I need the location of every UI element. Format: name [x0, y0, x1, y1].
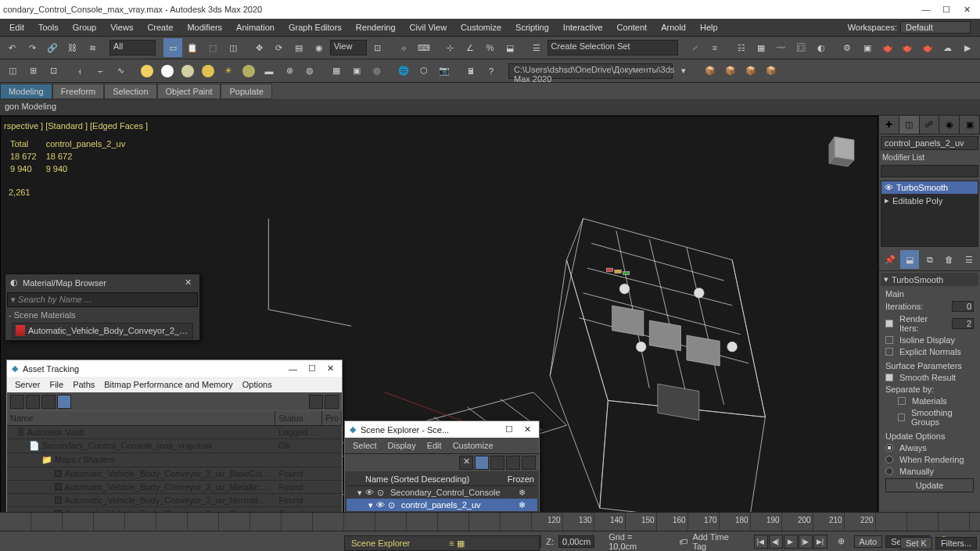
asset-row[interactable]: 📄 Secondary_Control_Console_max_vray.max…: [7, 439, 342, 453]
help-icon[interactable]: ?: [482, 62, 501, 81]
expand-icon[interactable]: ▸: [885, 195, 889, 206]
render-iterative-button[interactable]: 🫖: [899, 38, 917, 57]
play-button[interactable]: ▶: [784, 535, 798, 549]
render-iters-checkbox[interactable]: [885, 320, 893, 327]
snap-toggle-button[interactable]: ⊹: [441, 38, 460, 57]
ribbon-tab-freeform[interactable]: Freeform: [52, 84, 105, 99]
material-browser-window[interactable]: ◐ Material/Map Browser ✕ ▾ Search by Nam…: [5, 274, 200, 341]
se-close-button[interactable]: ✕: [521, 424, 534, 435]
light1-icon[interactable]: [138, 62, 156, 81]
menu-grapheditors[interactable]: Graph Editors: [282, 21, 348, 34]
render-last-button[interactable]: ▶: [958, 38, 977, 57]
bind-button[interactable]: ≋: [83, 38, 102, 57]
rotate-tool[interactable]: ⟳: [270, 38, 289, 57]
ribbon-tab-selection[interactable]: Selection: [104, 84, 156, 99]
scale-tool[interactable]: ▤: [289, 38, 308, 57]
asset-tracking-maximize-button[interactable]: ☐: [305, 363, 319, 374]
select-tool[interactable]: ▭: [163, 38, 182, 57]
curve-editor-button[interactable]: 〰: [772, 38, 791, 57]
prev-frame-button[interactable]: ◀|: [769, 535, 783, 549]
at-tree-button[interactable]: [41, 395, 56, 409]
menu-views[interactable]: Views: [104, 21, 139, 34]
container-b-button[interactable]: 📦: [721, 62, 740, 81]
menu-help[interactable]: Help: [694, 21, 724, 34]
menu-tools[interactable]: Tools: [32, 21, 65, 34]
ribbon-tab-populate[interactable]: Populate: [221, 84, 271, 99]
container-d-button[interactable]: 📦: [762, 62, 781, 81]
at-menu-file[interactable]: File: [46, 378, 66, 391]
percent-snap-button[interactable]: %: [481, 38, 500, 57]
at-menu-server[interactable]: Server: [12, 378, 43, 391]
pivot-center-button[interactable]: ⊡: [368, 38, 387, 57]
next-frame-button[interactable]: |▶: [799, 535, 813, 549]
window-close-button[interactable]: ✕: [961, 5, 972, 15]
se-menu-display[interactable]: Display: [383, 439, 421, 452]
se-col-name[interactable]: Name (Sorted Descending): [365, 474, 508, 484]
asset-row[interactable]: 🖼 Automatic_Vehicle_Body_Conveyor_2_uv_M…: [7, 481, 342, 494]
at-list-button[interactable]: [57, 395, 71, 409]
scene-explorer-tab[interactable]: Scene Explorer ≡ ▦: [344, 535, 540, 551]
vray-pick-button[interactable]: ◎: [368, 62, 386, 81]
link-button[interactable]: 🔗: [43, 38, 62, 57]
scene-node[interactable]: ▾👁⊙Secondary_Control_Console❄: [346, 486, 537, 499]
setkey-button[interactable]: Set K: [900, 537, 932, 549]
se-clear-button[interactable]: ✕: [459, 456, 473, 470]
at-col-pro[interactable]: Pro: [322, 411, 342, 425]
se-menu-customize[interactable]: Customize: [448, 439, 498, 452]
menu-civilview[interactable]: Civil View: [404, 21, 453, 34]
unlink-button[interactable]: ⛓: [63, 38, 82, 57]
sky-button[interactable]: ▬: [260, 62, 278, 81]
asset-row[interactable]: 🖼 Automatic_Vehicle_Body_Conveyor_2_uv_N…: [7, 494, 342, 507]
menu-rendering[interactable]: Rendering: [350, 21, 402, 34]
goto-end-button[interactable]: ▶|: [813, 535, 827, 549]
material-editor-button[interactable]: ◐: [812, 38, 831, 57]
menu-group[interactable]: Group: [66, 21, 103, 34]
material-item[interactable]: Automatic_Vehicle_Body_Conveyor_2_uv_MAT…: [12, 323, 193, 338]
named-selection-combo[interactable]: Create Selection Set: [547, 40, 678, 55]
viewport-label[interactable]: rspective ] [Standard ] [Edged Faces ]: [4, 121, 148, 131]
calculator-icon[interactable]: 🖩: [461, 62, 480, 81]
at-col-name[interactable]: Name: [7, 411, 275, 425]
se-select-parent-button[interactable]: [522, 456, 536, 470]
cp-tab-hierarchy[interactable]: ☍: [920, 116, 940, 134]
goto-start-button[interactable]: |◀: [754, 535, 768, 549]
visibility-icon[interactable]: 👁: [885, 183, 893, 192]
spinner-snap-button[interactable]: ⬓: [501, 38, 519, 57]
se-filter-button[interactable]: [475, 456, 489, 470]
pin-stack-button[interactable]: 📌: [881, 250, 899, 269]
iterations-spinner[interactable]: 0: [952, 301, 974, 312]
window-minimize-button[interactable]: —: [921, 5, 932, 15]
update-always-radio[interactable]: [885, 444, 893, 452]
scene-node[interactable]: ▾👁⊙control_panels_2_uv❄: [346, 499, 537, 511]
menu-animation[interactable]: Animation: [230, 21, 281, 34]
ribbon-panel-polymodeling[interactable]: gon Modeling: [5, 102, 56, 111]
render-activeshade-button[interactable]: 🫖: [918, 38, 937, 57]
se-select-children-button[interactable]: [506, 456, 520, 470]
at-menu-paths[interactable]: Paths: [70, 378, 98, 391]
time-slider[interactable]: 120 130 140 150 160 170 180 190 200 210 …: [0, 512, 980, 531]
project-path-field[interactable]: C:\Users\dshsd\OneDrive\Документы\3ds Ma…: [508, 63, 673, 79]
menu-content[interactable]: Content: [611, 21, 654, 34]
selection-filter-combo[interactable]: All: [109, 40, 156, 55]
manipulate-button[interactable]: ⟐: [395, 38, 414, 57]
menu-modifiers[interactable]: Modifiers: [181, 21, 228, 34]
asset-tracking-close-button[interactable]: ✕: [324, 363, 337, 374]
at-highlight-button[interactable]: [26, 395, 40, 409]
spacing-tool-button[interactable]: ∿: [111, 62, 130, 81]
menu-interactive[interactable]: Interactive: [557, 21, 609, 34]
render-cloud-button[interactable]: ☁: [939, 38, 957, 57]
render-setup-button[interactable]: ⚙: [838, 38, 857, 57]
at-extra2-button[interactable]: [325, 395, 339, 409]
update-manual-radio[interactable]: [885, 467, 893, 475]
container-a-button[interactable]: 📦: [701, 62, 720, 81]
cp-tab-motion[interactable]: ◉: [939, 116, 960, 134]
select-by-name-button[interactable]: 📋: [184, 38, 203, 57]
show-end-result-button[interactable]: ⬓: [900, 250, 918, 269]
modifier-turbosmooth[interactable]: 👁 TurboSmooth: [881, 181, 978, 194]
move-tool[interactable]: ✥: [249, 38, 268, 57]
add-time-tag-label[interactable]: Add Time Tag: [692, 532, 741, 551]
schematic-view-button[interactable]: ⿴: [792, 38, 811, 57]
light4-icon[interactable]: [199, 62, 217, 81]
viewcube[interactable]: [823, 131, 862, 170]
menu-edit[interactable]: Edit: [3, 21, 31, 34]
